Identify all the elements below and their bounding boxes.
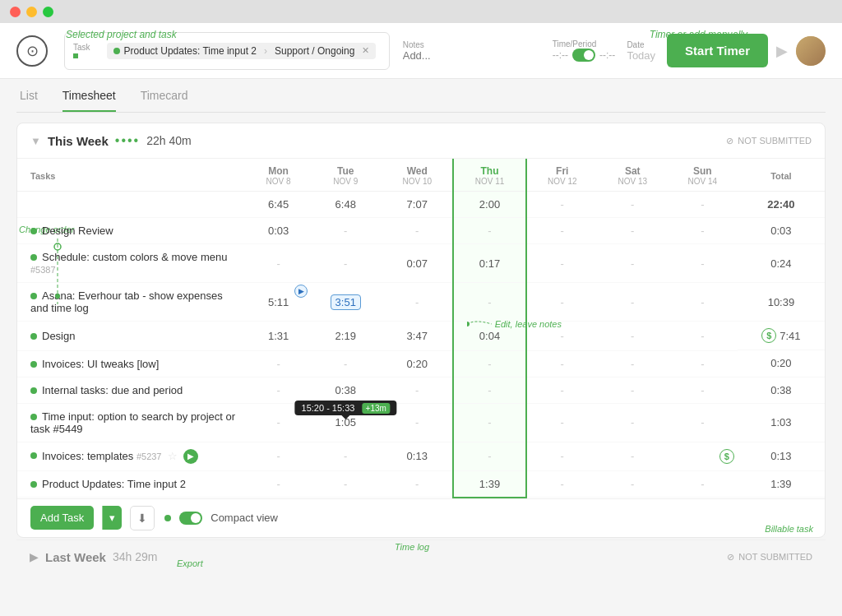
table-row: Design 1:31 2:19 3:47 0:04 - - - $ 7:41 [17,322,825,351]
row4-wed[interactable]: 3:47 [382,322,453,351]
export-button[interactable]: ⬇ [130,506,155,530]
notes-label: Notes [403,40,541,49]
row8-thu: - [453,442,526,470]
table-row: Product Updates: Time input 2 - - - 1:39… [17,470,825,498]
row4-sat: - [598,322,668,351]
row4-total: $ 7:41 [738,322,825,350]
row6-wed: - [382,377,453,403]
row5-wed[interactable]: 0:20 [382,350,453,377]
time-end[interactable]: --:-- [599,49,615,61]
play-task-icon[interactable]: ▶ [183,449,198,464]
time-tag-icon: ▶ [294,285,308,298]
tab-timesheet[interactable]: Timesheet [62,89,116,112]
row9-mon: - [248,470,309,498]
task-name-cell: Product Updates: Time input 2 [17,470,248,498]
row3-sun: - [668,283,738,322]
annotation-timer: Timer or add manually [650,29,747,40]
svg-point-0 [467,322,470,327]
notes-area: Notes [403,40,541,62]
row9-thu[interactable]: 1:39 [453,470,526,498]
compact-view-toggle[interactable] [179,512,202,525]
close-button[interactable] [10,7,21,17]
play-header-icon[interactable]: ▶ [776,42,788,60]
status-dot [164,515,171,521]
add-task-dropdown-button[interactable]: ▾ [102,506,122,530]
tab-list[interactable]: List [20,89,38,112]
breadcrumb-separator: › [264,45,267,57]
app-header: Selected project and task Timer or add m… [0,23,842,79]
table-row: Internal tasks: due and period - 0:38 - … [17,377,825,403]
row2-thu[interactable]: 0:17 [453,244,526,283]
add-task-button[interactable]: Add Task [30,506,94,530]
row4-tue[interactable]: 2:19 [309,322,382,351]
row9-total: 1:39 [738,470,825,498]
last-week-status-icon: ⊘ [727,552,734,563]
row1-mon[interactable]: 0:03 [248,218,309,244]
task-remove-button[interactable]: ✕ [362,45,369,56]
task-label: Task [73,43,90,52]
totals-thu: 2:00 [453,192,526,218]
row6-sun: - [668,377,738,403]
col-tue: TueNOV 9 [309,159,382,192]
row1-sat: - [598,218,668,244]
row5-fri: - [526,350,598,377]
task-dot-icon [30,387,37,394]
task-name-cell: Asana: Everhour tab - show expenses and … [17,283,248,322]
totals-tue: 6:48 [309,192,382,218]
minimize-button[interactable] [26,7,37,17]
table-row: Time input: option to search by project … [17,403,825,442]
app-logo: ⊙ [16,35,48,67]
not-submitted-icon: ⊘ [726,136,733,146]
tab-timecard[interactable]: Timecard [141,89,188,112]
time-period-toggle[interactable] [572,49,595,62]
row3-wed: - [382,283,453,322]
week-collapse-button[interactable]: ▼ [30,135,41,147]
star-icon[interactable]: ☆ [168,449,178,461]
totals-total: 22:40 [738,192,825,218]
task-name-cell: Design Review [17,218,248,244]
row1-wed: - [382,218,453,244]
task-name-cell: Invoices: templates #5237 ☆ ▶ [17,442,248,470]
row2-sat: - [598,244,668,283]
task-dot-icon [30,254,37,261]
row8-wed[interactable]: 0:13 [382,442,453,470]
row8-total: 0:13 [738,442,825,470]
task-subvalue: Support / Ongoing [275,45,354,57]
row8-mon: - [248,442,309,470]
row3-mon[interactable]: 5:11 ▶ [248,283,309,322]
user-avatar[interactable] [796,36,826,66]
billable-icon: $ [761,328,776,343]
row7-sun: - [668,403,738,442]
row3-thu: - [453,283,526,322]
notes-input[interactable] [403,49,541,62]
totals-row: 6:45 6:48 7:07 2:00 - - - 22:40 [17,192,825,218]
row1-thu: - [453,218,526,244]
row5-mon: - [248,350,309,377]
col-wed: WedNOV 10 [382,159,453,192]
task-tag[interactable]: Product Updates: Time input 2 › Support … [107,43,377,59]
maximize-button[interactable] [43,7,53,17]
row8-tue: - [309,442,382,470]
row7-thu: - [453,403,526,442]
col-sat: SatNOV 13 [598,159,668,192]
row6-mon: - [248,377,309,403]
totals-sun: - [668,192,738,218]
row6-tue[interactable]: 0:38 [309,377,382,403]
row3-tue[interactable]: 3:51 [309,283,382,322]
task-name-cell: Design [17,322,248,351]
time-start[interactable]: --:-- [553,49,568,61]
row4-mon[interactable]: 1:31 [248,322,309,351]
row3-total: 10:39 [738,283,825,322]
row9-sat: - [598,470,668,498]
row6-total: 0:38 [738,377,825,403]
row2-wed[interactable]: 0:07 [382,244,453,283]
row8-fri: - [526,442,598,470]
date-value[interactable]: Today [627,49,655,62]
row2-sun: - [668,244,738,283]
col-mon: MonNOV 8 [248,159,309,192]
last-week-expand-icon[interactable]: ▶ [30,550,39,563]
row7-tue[interactable]: 15:20 - 15:33 +13m 1:05 [309,403,382,442]
main-content: List Timesheet Timecard ▼ This Week ••••… [0,79,842,616]
row7-sat: - [598,403,668,442]
row5-sun: - [668,350,738,377]
